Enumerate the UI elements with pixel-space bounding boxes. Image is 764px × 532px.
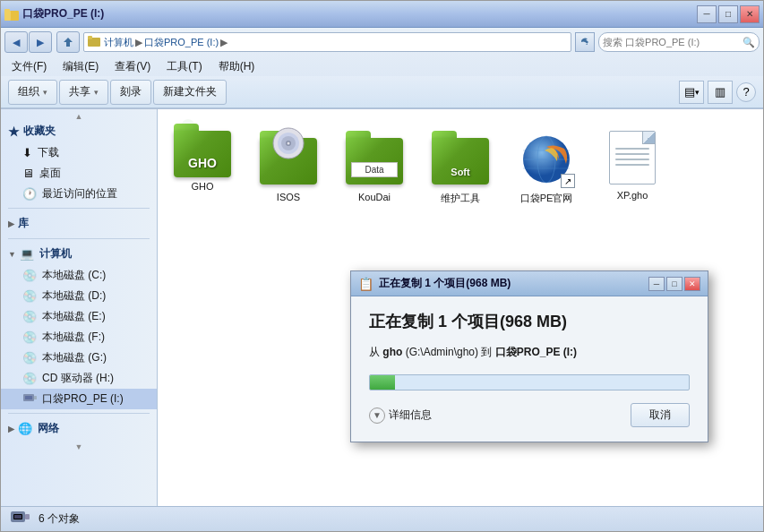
- back-button[interactable]: ◀: [4, 31, 28, 53]
- details-expand-icon: ▼: [369, 408, 385, 424]
- path-segment-computer[interactable]: 计算机: [104, 36, 133, 49]
- sidebar-item-drive-g[interactable]: 💿 本地磁盘 (G:): [1, 348, 157, 368]
- view-button[interactable]: ▤▾: [679, 81, 704, 104]
- status-drive-icon: [10, 510, 30, 528]
- network-arrow-icon: ▶: [8, 425, 14, 433]
- details-toggle[interactable]: ▼ 详细信息: [369, 408, 432, 424]
- sidebar-scroll-up[interactable]: ▲: [1, 113, 157, 120]
- preview-icon: ▥: [715, 85, 725, 99]
- svg-rect-2: [4, 9, 10, 13]
- drive-i-label: 口袋PRO_PE (I:): [42, 391, 124, 407]
- sidebar-item-drive-c[interactable]: 💿 本地磁盘 (C:): [1, 265, 157, 286]
- help-button[interactable]: ?: [736, 82, 756, 102]
- copy-dialog-main-text: 正在复制 1 个项目(968 MB): [369, 311, 690, 332]
- search-input[interactable]: [603, 37, 743, 47]
- disc-icon: [272, 127, 305, 159]
- computer-label: 计算机: [39, 246, 72, 262]
- sidebar-item-drive-i[interactable]: 口袋PRO_PE (I:): [1, 389, 157, 409]
- copy-cancel-button[interactable]: 取消: [631, 403, 690, 427]
- doc-fold: [642, 132, 655, 144]
- title-controls: ─ □ ✕: [697, 5, 760, 23]
- copy-dialog-minimize[interactable]: ─: [648, 277, 665, 291]
- copy-dialog: 📋 正在复制 1 个项目(968 MB) ─ □ ✕ 正在复制 1 个项目(96…: [350, 270, 708, 442]
- view-icon: ▤: [684, 85, 695, 99]
- doc-line-1: [615, 148, 649, 150]
- computer-icon: 💻: [20, 247, 34, 261]
- menu-edit[interactable]: 编辑(E): [56, 57, 106, 76]
- menu-view[interactable]: 查看(V): [107, 57, 158, 76]
- up-button[interactable]: [56, 31, 80, 53]
- preview-button[interactable]: ▥: [708, 81, 733, 104]
- sidebar-divider-1: [8, 208, 150, 209]
- sidebar-item-desktop[interactable]: 🖥 桌面: [1, 163, 157, 184]
- sidebar-section-computer: ▼ 💻 计算机 💿 本地磁盘 (C:) 💿 本地磁盘 (D:) 💿 本地磁盘 (…: [1, 243, 157, 409]
- firefox-file-icon: ↗: [518, 131, 575, 188]
- menu-help[interactable]: 帮助(H): [211, 57, 262, 76]
- sidebar-item-download[interactable]: ⬇ 下载: [1, 142, 157, 163]
- network-icon: 🌐: [18, 422, 32, 435]
- new-folder-label: 新建文件夹: [163, 84, 217, 99]
- new-folder-button[interactable]: 新建文件夹: [153, 80, 227, 105]
- file-name-gho: GHO: [191, 181, 213, 192]
- menu-file[interactable]: 文件(F): [4, 57, 54, 76]
- copy-dialog-close[interactable]: ✕: [684, 277, 700, 291]
- title-bar-left: 口袋PRO_PE (I:): [4, 6, 697, 21]
- search-box[interactable]: 🔍: [598, 32, 760, 52]
- desktop-icon: 🖥: [22, 167, 34, 180]
- sidebar-item-recent[interactable]: 🕐 最近访问的位置: [1, 184, 157, 204]
- toolbar-right: ▤▾ ▥ ?: [679, 81, 756, 104]
- file-item-peguanwang[interactable]: ↗ 口袋PE官网: [511, 125, 582, 210]
- sidebar-computer-header[interactable]: ▼ 💻 计算机: [1, 243, 157, 265]
- file-item-xpgho[interactable]: XP.gho: [597, 125, 668, 210]
- sidebar-favorites-header[interactable]: ★ 收藏夹: [1, 120, 157, 142]
- svg-rect-7: [34, 396, 37, 399]
- file-item-isos[interactable]: ISOS: [253, 125, 324, 210]
- share-button[interactable]: 共享 ▾: [59, 80, 108, 105]
- sidebar-section-favorites: ★ 收藏夹 ⬇ 下载 🖥 桌面 🕐 最近访问的位置: [1, 120, 157, 204]
- organize-button[interactable]: 组织 ▾: [8, 80, 57, 105]
- doc-icon-body: [609, 131, 656, 184]
- svg-rect-4: [88, 36, 92, 39]
- burn-button[interactable]: 刻录: [110, 80, 151, 105]
- drive-e-label: 本地磁盘 (E:): [42, 309, 106, 324]
- sidebar-item-drive-d[interactable]: 💿 本地磁盘 (D:): [1, 286, 157, 306]
- sidebar-library-header[interactable]: ▶ 库: [1, 212, 157, 235]
- copy-dialog-restore[interactable]: □: [666, 277, 682, 291]
- sidebar-item-drive-f[interactable]: 💿 本地磁盘 (F:): [1, 327, 157, 348]
- file-name-xpgho: XP.gho: [617, 190, 648, 201]
- search-icon[interactable]: 🔍: [743, 37, 755, 48]
- sidebar-item-drive-h[interactable]: 💿 CD 驱动器 (H:): [1, 368, 157, 389]
- drive-c-icon: 💿: [22, 269, 37, 282]
- svg-rect-6: [25, 396, 32, 399]
- drive-c-label: 本地磁盘 (C:): [42, 268, 106, 283]
- recent-icon: 🕐: [22, 187, 37, 201]
- drive-f-icon: 💿: [22, 330, 37, 344]
- svg-rect-25: [14, 515, 21, 519]
- path-segment-drive[interactable]: 口袋PRO_PE (I:): [144, 36, 219, 49]
- toolbar-area: ◀ ▶ 计算机 ▶ 口袋PRO_PE (I:): [1, 28, 763, 109]
- main-window: 口袋PRO_PE (I:) ─ □ ✕ ◀ ▶: [0, 0, 764, 532]
- path-icon: [88, 35, 100, 49]
- sidebar-network-header[interactable]: ▶ 🌐 网络: [1, 417, 157, 440]
- minimize-button[interactable]: ─: [697, 5, 717, 23]
- close-button[interactable]: ✕: [740, 5, 760, 23]
- doc-line-4: [615, 164, 649, 166]
- sidebar-section-network: ▶ 🌐 网络: [1, 417, 157, 440]
- computer-arrow-icon: ▼: [8, 250, 16, 259]
- forward-button[interactable]: ▶: [29, 31, 52, 53]
- sidebar-scroll-down[interactable]: ▼: [1, 443, 157, 450]
- file-item-maintenance[interactable]: Soft 维护工具: [425, 125, 496, 210]
- file-item-koudai[interactable]: Data KouDai: [339, 125, 410, 210]
- usb-status-icon: [10, 510, 30, 524]
- share-dropdown-icon: ▾: [94, 88, 99, 97]
- file-view: GHO GHO: [158, 109, 763, 506]
- maximize-button[interactable]: □: [718, 5, 738, 23]
- file-item-gho[interactable]: GHO GHO: [167, 118, 238, 210]
- path-sep-1: ▶: [135, 37, 142, 48]
- status-bar: 6 个对象: [1, 506, 763, 531]
- refresh-button[interactable]: [575, 32, 595, 52]
- sidebar-item-drive-e[interactable]: 💿 本地磁盘 (E:): [1, 306, 157, 327]
- menu-tools[interactable]: 工具(T): [159, 57, 209, 76]
- address-path-display[interactable]: 计算机 ▶ 口袋PRO_PE (I:) ▶: [83, 32, 571, 52]
- drive-h-icon: 💿: [22, 372, 37, 385]
